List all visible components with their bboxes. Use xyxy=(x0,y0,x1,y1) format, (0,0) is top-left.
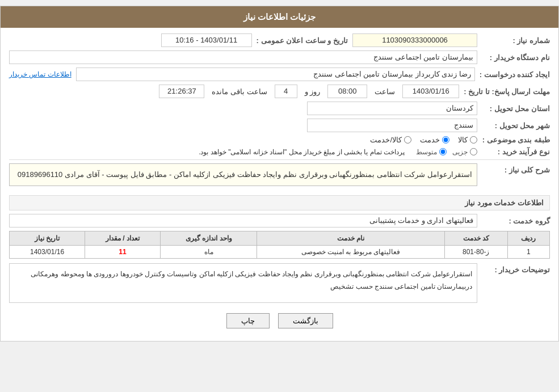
services-section-header: اطلاعات خدمات مورد نیاز xyxy=(9,195,550,210)
category-label-kalakhedmat: کالا/خدمت xyxy=(370,136,402,144)
category-option-kala[interactable]: کالا xyxy=(458,136,477,144)
purchase-type-label: نوع فرآیند خرید : xyxy=(482,147,550,156)
org-name-label: نام دستگاه خریدار : xyxy=(482,53,550,62)
remaining-label: ساعت باقی مانده xyxy=(212,87,267,96)
category-label-khedmat: خدمت xyxy=(420,136,440,144)
footer-buttons: بازگشت چاپ xyxy=(9,306,550,335)
service-group-value: فعالیتهای اداری و خدمات پشتیبانی xyxy=(9,214,477,227)
need-description-label: شرح کلی نیاز : xyxy=(482,163,550,174)
buyer-desc-value: استقرارعوامل شرکت انتظامی بمنظورنگهبانی … xyxy=(9,263,477,303)
city-value: سنندج xyxy=(307,119,477,132)
service-group-label: گروه خدمت : xyxy=(482,217,550,225)
col-name: نام خدمت xyxy=(257,231,444,246)
requester-label: ایجاد کننده درخواست : xyxy=(480,70,550,79)
purchase-label-motavaset: متوسط xyxy=(416,148,437,156)
col-qty: تعداد / مقدار xyxy=(85,231,161,246)
cell-unit: ماه xyxy=(161,246,257,259)
need-description-value: استقرارعوامل شرکت انتظامی بمنظورنگهبانی … xyxy=(9,163,477,186)
response-deadline-label: مهلت ارسال پاسخ: تا تاریخ : xyxy=(464,87,550,96)
need-number-value: 1103090333000006 xyxy=(352,33,477,47)
contact-link[interactable]: اطلاعات تماس خریدار xyxy=(9,70,72,78)
days-label: روز و xyxy=(305,87,321,96)
cell-name: فعالیتهای مربوط به امنیت خصوصی xyxy=(257,246,444,259)
purchase-type-motavaset[interactable]: متوسط xyxy=(416,148,447,156)
category-option-kalakhedmat[interactable]: کالا/خدمت xyxy=(370,136,411,144)
cell-row: 1 xyxy=(507,246,549,259)
response-date-value: 1403/01/16 xyxy=(402,85,459,98)
print-button[interactable]: چاپ xyxy=(226,313,270,328)
cell-qty: 11 xyxy=(85,246,161,259)
back-button[interactable]: بازگشت xyxy=(278,313,333,328)
province-value: کردستان xyxy=(307,102,477,115)
category-radio-kala[interactable] xyxy=(470,136,477,144)
category-option-khedmat[interactable]: خدمت xyxy=(420,136,449,144)
purchase-type-options: جزیی متوسط پرداخت تمام یا بخشی از مبلغ خ… xyxy=(199,148,477,156)
page-title: جزئیات اطلاعات نیاز xyxy=(1,6,558,28)
purchase-note: پرداخت تمام یا بخشی از مبلغ خریداز محل "… xyxy=(199,148,405,156)
cell-code: ز-80-801 xyxy=(444,246,507,259)
col-date: تاریخ نیاز xyxy=(10,231,85,246)
purchase-label-jozi: جزیی xyxy=(452,148,468,156)
table-row: 1 ز-80-801 فعالیتهای مربوط به امنیت خصوص… xyxy=(10,246,550,259)
announce-date-label: تاریخ و ساعت اعلان عمومی : xyxy=(257,36,348,45)
response-time-label: ساعت xyxy=(375,87,395,96)
category-radio-kalakhedmat[interactable] xyxy=(404,136,411,144)
city-label: شهر محل تحویل : xyxy=(482,121,550,130)
announce-date-value: 1403/01/11 - 10:16 xyxy=(161,33,252,47)
category-radio-khedmat[interactable] xyxy=(442,136,449,144)
category-label: طبقه بندی موضوعی : xyxy=(482,136,550,144)
days-value: 4 xyxy=(275,85,297,98)
buyer-desc-label: توضیحات خریدار : xyxy=(482,263,550,274)
purchase-type-jozi[interactable]: جزیی xyxy=(452,148,477,156)
requester-value: رضا زندی کاربرداز بیمارستان تامین اجتماع… xyxy=(76,68,475,81)
col-code: کد خدمت xyxy=(444,231,507,246)
cell-date: 1403/01/16 xyxy=(10,246,85,259)
province-label: استان محل تحویل : xyxy=(482,104,550,113)
col-unit: واحد اندازه گیری xyxy=(161,231,257,246)
org-name-value: بیمارستان تامین اجتماعی سنندج xyxy=(9,50,477,64)
purchase-radio-jozi[interactable] xyxy=(470,148,477,155)
category-label-kala: کالا xyxy=(458,136,468,144)
need-number-label: شماره نیاز : xyxy=(482,36,550,45)
remaining-value: 21:26:37 xyxy=(159,85,204,98)
purchase-radio-motavaset[interactable] xyxy=(439,148,447,155)
response-time-value: 08:00 xyxy=(327,85,367,98)
col-row: ردیف xyxy=(507,231,549,246)
services-table: ردیف کد خدمت نام خدمت واحد اندازه گیری ت… xyxy=(9,231,550,259)
category-radio-group: کالا خدمت کالا/خدمت xyxy=(370,136,477,144)
